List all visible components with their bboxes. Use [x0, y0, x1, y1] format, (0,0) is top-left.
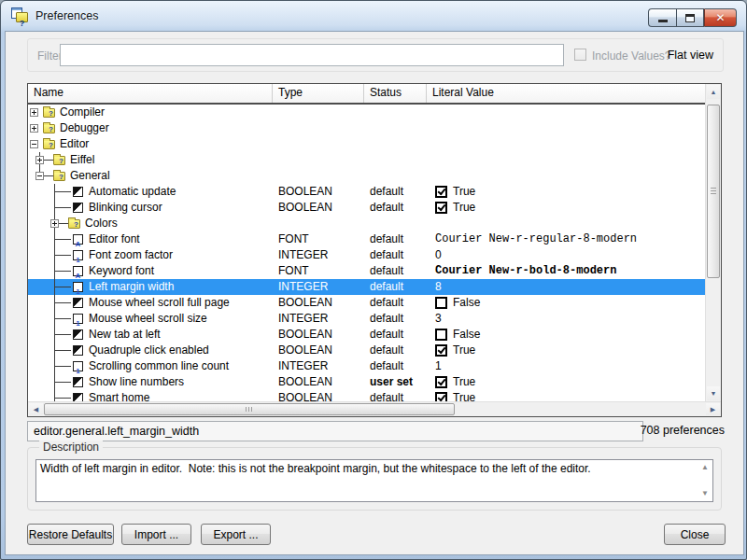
- maximize-icon: [685, 14, 695, 22]
- tree-expander-minus-icon[interactable]: [30, 140, 38, 148]
- minimize-button[interactable]: [648, 8, 676, 27]
- close-dialog-button[interactable]: Close: [664, 524, 726, 545]
- grid-row[interactable]: Font zoom factorINTEGERdefault0: [28, 247, 705, 263]
- grid-row[interactable]: Left margin widthINTEGERdefault8: [28, 279, 705, 295]
- folder-icon: [43, 124, 55, 133]
- preferences-grid: Name Type Status Literal Value CompilerD…: [27, 83, 722, 417]
- description-scroll-up-icon[interactable]: ▲: [701, 464, 709, 471]
- grid-row[interactable]: Mouse wheel scroll full pageBOOLEANdefau…: [28, 295, 705, 311]
- grid-row[interactable]: Editor fontFONTdefaultCourier New-r-regu…: [28, 231, 705, 247]
- tree-branch-line: [54, 239, 71, 240]
- tree-expander-plus-icon[interactable]: [35, 156, 44, 164]
- pref-status-cell: default: [364, 184, 427, 200]
- maximize-button[interactable]: [676, 8, 704, 27]
- flat-view-toggle[interactable]: Flat view: [668, 49, 713, 62]
- pref-status-cell: default: [364, 263, 427, 279]
- horizontal-scrollbar-thumb[interactable]: [44, 403, 455, 415]
- tree-name-cell: Keyword font: [28, 263, 273, 279]
- pref-value-cell: [427, 105, 705, 120]
- selected-preference-path: editor.general.left_margin_width: [27, 421, 643, 441]
- column-header-status[interactable]: Status: [364, 84, 427, 103]
- pref-name-label: Scrolling common line count: [89, 358, 229, 374]
- value-checkbox[interactable]: [435, 186, 447, 198]
- description-text-box[interactable]: Width of left margin in editor. Note: th…: [35, 459, 713, 502]
- tree-branch-line: [54, 318, 71, 319]
- folder-icon: [43, 108, 55, 118]
- tree-expander-plus-icon[interactable]: [30, 108, 38, 117]
- export-button[interactable]: Export ...: [201, 524, 271, 545]
- grid-row[interactable]: Mouse wheel scroll sizeINTEGERdefault3: [28, 311, 705, 327]
- grid-row[interactable]: Blinking cursorBOOLEANdefaultTrue: [28, 200, 705, 216]
- folder-icon: [43, 140, 55, 149]
- grid-body: CompilerDebuggerEditorEiffelGeneralAutom…: [28, 105, 705, 401]
- grid-row[interactable]: Editor: [28, 136, 705, 152]
- grid-row[interactable]: General: [28, 168, 705, 184]
- scroll-up-arrow-icon[interactable]: ▲: [707, 85, 720, 99]
- tree-branch-line: [54, 398, 71, 399]
- restore-defaults-button[interactable]: Restore Defaults: [27, 524, 114, 545]
- grid-row[interactable]: Keyword fontFONTdefaultCourier New-r-bol…: [28, 263, 705, 279]
- column-header-name[interactable]: Name: [28, 84, 273, 103]
- scroll-right-arrow-icon[interactable]: ▶: [706, 403, 720, 415]
- column-header-type[interactable]: Type: [273, 84, 364, 103]
- tree-name-cell: Mouse wheel scroll full page: [28, 295, 273, 311]
- grid-row[interactable]: Colors: [28, 216, 705, 231]
- grid-row[interactable]: Show line numbersBOOLEANuser setTrue: [28, 374, 705, 390]
- value-checkbox-label: False: [453, 327, 480, 343]
- pref-type-cell: BOOLEAN: [273, 390, 364, 401]
- pref-status-cell: default: [364, 327, 427, 343]
- pref-type-cell: FONT: [273, 231, 364, 247]
- grid-row[interactable]: Eiffel: [28, 152, 705, 168]
- tree-expander-minus-icon[interactable]: [35, 172, 44, 180]
- description-scroll-down-icon[interactable]: ▼: [701, 490, 709, 497]
- grid-row[interactable]: Debugger: [28, 120, 705, 136]
- pref-type-cell: [273, 136, 364, 152]
- value-text: 0: [435, 247, 442, 263]
- tree-name-cell: Compiler: [28, 105, 273, 120]
- pref-value-cell: Courier New-r-regular-8-modern: [427, 231, 705, 247]
- description-group-label: Description: [39, 441, 103, 454]
- value-checkbox[interactable]: [435, 297, 447, 309]
- column-header-literal-value[interactable]: Literal Value: [427, 84, 705, 103]
- pref-type-cell: FONT: [273, 263, 364, 279]
- integer-type-icon: [73, 282, 83, 292]
- grid-row[interactable]: Automatic updateBOOLEANdefaultTrue: [28, 184, 705, 200]
- vertical-scrollbar[interactable]: ▲ ▼: [705, 84, 721, 401]
- scroll-left-arrow-icon[interactable]: ◀: [29, 403, 43, 415]
- value-checkbox[interactable]: [435, 202, 447, 214]
- tree-branch-line: [54, 271, 71, 272]
- grid-header: Name Type Status Literal Value: [28, 84, 705, 105]
- value-checkbox[interactable]: [435, 376, 447, 388]
- grid-row[interactable]: Quadruple click enabledBOOLEANdefaultTru…: [28, 343, 705, 358]
- scroll-down-arrow-icon[interactable]: ▼: [707, 386, 720, 400]
- value-text: 1: [435, 358, 442, 374]
- folder-icon: [68, 219, 80, 229]
- pref-name-label: New tab at left: [89, 327, 161, 343]
- titlebar[interactable]: Preferences ✕: [1, 1, 746, 31]
- pref-status-cell: [364, 136, 427, 152]
- grid-row[interactable]: Scrolling common line countINTEGERdefaul…: [28, 358, 705, 374]
- grid-row[interactable]: Smart homeBOOLEANdefaultTrue: [28, 390, 705, 401]
- filter-group: Filter: Include Values? Flat view: [27, 38, 724, 72]
- grid-row[interactable]: Compiler: [28, 105, 705, 120]
- value-checkbox[interactable]: [435, 392, 447, 401]
- close-window-button[interactable]: ✕: [704, 8, 737, 27]
- tree-expander-plus-icon[interactable]: [30, 124, 38, 133]
- vertical-scrollbar-thumb[interactable]: [707, 105, 720, 278]
- horizontal-scrollbar[interactable]: ◀ ▶: [28, 401, 721, 416]
- tree-name-cell: Blinking cursor: [28, 200, 273, 216]
- tree-name-cell: Show line numbers: [28, 374, 273, 390]
- value-checkbox[interactable]: [435, 329, 447, 341]
- filter-input[interactable]: [60, 44, 564, 66]
- pref-type-cell: INTEGER: [273, 247, 364, 263]
- boolean-type-icon: [73, 187, 83, 197]
- import-button[interactable]: Import ...: [121, 524, 191, 545]
- pref-status-cell: [364, 168, 427, 184]
- boolean-type-icon: [73, 393, 83, 401]
- include-values-checkbox[interactable]: [574, 49, 586, 61]
- tree-branch-line: [44, 160, 53, 161]
- grid-row[interactable]: New tab at leftBOOLEANdefaultFalse: [28, 327, 705, 343]
- value-checkbox[interactable]: [435, 344, 447, 357]
- pref-type-cell: [273, 120, 364, 136]
- tree-expander-plus-icon[interactable]: [50, 219, 59, 228]
